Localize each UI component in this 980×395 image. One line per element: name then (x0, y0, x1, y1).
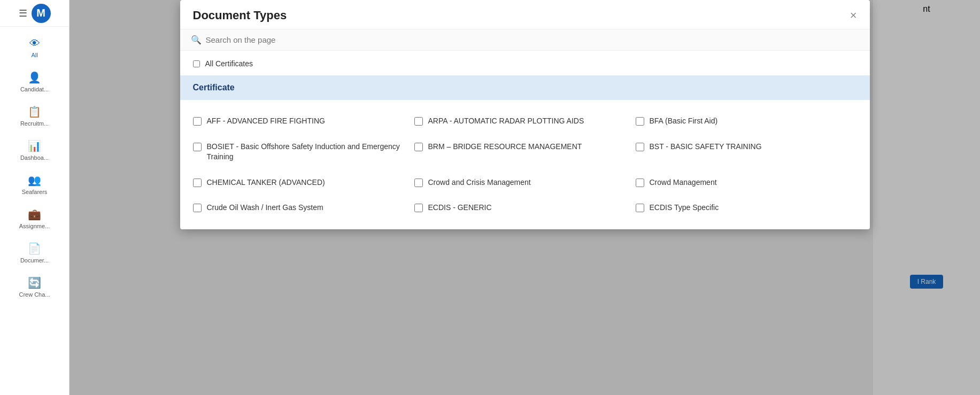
cert-checkbox-chemical[interactable] (193, 179, 202, 187)
sidebar-item-crew-change[interactable]: 🔄 Crew Cha... (0, 270, 69, 304)
sidebar-nav: 👁 All 👤 Candidat... 📋 Recruitm... 📊 Dash… (0, 27, 69, 395)
cert-checkbox-crowd-mgmt[interactable] (636, 179, 644, 187)
sidebar-item-label-all: All (31, 52, 37, 58)
recruitment-icon: 📋 (28, 105, 41, 118)
sidebar-item-all[interactable]: 👁 All (0, 31, 69, 65)
sidebar: ☰ M 👁 All 👤 Candidat... 📋 Recruitm... 📊 … (0, 0, 70, 395)
dashboard-icon: 📊 (28, 140, 41, 152)
cert-item: BRM – BRIDGE RESOURCE MANAGEMENT (414, 134, 636, 170)
sidebar-item-label-dashboard: Dashboa... (20, 154, 49, 161)
all-certificates-label[interactable]: All Certificates (205, 59, 253, 68)
cert-item: ARPA - AUTOMATIC RADAR PLOTTING AIDS (414, 109, 636, 134)
cert-checkbox-aff[interactable] (193, 117, 202, 126)
app-logo: M (32, 4, 51, 23)
sidebar-item-label-assignments: Assignme... (19, 223, 50, 229)
modal-search-bar: 🔍 (180, 29, 870, 51)
modal-body: All Certificates Certificate AFF - ADVAN… (180, 51, 870, 229)
cert-checkbox-ecdis-generic[interactable] (414, 204, 423, 212)
cert-label-brm[interactable]: BRM – BRIDGE RESOURCE MANAGEMENT (428, 142, 582, 152)
cert-checkbox-arpa[interactable] (414, 117, 423, 126)
all-icon: 👁 (29, 37, 40, 50)
candidates-icon: 👤 (28, 71, 41, 84)
cert-item: AFF - ADVANCED FIRE FIGHTING (193, 109, 414, 134)
sidebar-item-candidates[interactable]: 👤 Candidat... (0, 65, 69, 99)
sidebar-item-recruitment[interactable]: 📋 Recruitm... (0, 99, 69, 133)
certificates-grid: AFF - ADVANCED FIRE FIGHTING ARPA - AUTO… (193, 109, 857, 221)
section-header-certificate: Certificate (180, 75, 870, 100)
main-area: nt I Rank Document Types × 🔍 All Certifi… (70, 0, 980, 395)
cert-label-bosiet[interactable]: BOSIET - Basic Offshore Safety Induction… (207, 142, 409, 162)
modal-title: Document Types (193, 9, 287, 22)
cert-label-crowd-crisis[interactable]: Crowd and Crisis Management (428, 177, 531, 188)
cert-label-crude-oil[interactable]: Crude Oil Wash / Inert Gas System (207, 203, 323, 213)
cert-checkbox-bst[interactable] (636, 143, 644, 151)
cert-checkbox-crowd-crisis[interactable] (414, 179, 423, 187)
all-certificates-row: All Certificates (193, 59, 857, 68)
assignments-icon: 💼 (28, 208, 41, 221)
sidebar-header: ☰ M (0, 0, 69, 27)
cert-label-ecdis-specific[interactable]: ECDIS Type Specific (650, 203, 719, 213)
modal-header: Document Types × (180, 0, 870, 29)
sidebar-item-seafarers[interactable]: 👥 Seafarers (0, 167, 69, 202)
search-input[interactable] (206, 35, 859, 44)
cert-label-aff[interactable]: AFF - ADVANCED FIRE FIGHTING (207, 116, 325, 127)
sidebar-item-label-seafarers: Seafarers (22, 189, 48, 195)
cert-item: ECDIS Type Specific (636, 195, 857, 221)
cert-label-ecdis-generic[interactable]: ECDIS - GENERIC (428, 203, 492, 213)
search-icon: 🔍 (191, 35, 202, 45)
cert-checkbox-brm[interactable] (414, 143, 423, 151)
hamburger-icon[interactable]: ☰ (19, 7, 27, 19)
sidebar-item-assignments[interactable]: 💼 Assignme... (0, 202, 69, 236)
cert-item: Crude Oil Wash / Inert Gas System (193, 195, 414, 221)
seafarers-icon: 👥 (28, 174, 41, 187)
cert-item: BST - BASIC SAFETY TRAINING (636, 134, 857, 170)
cert-item: BFA (Basic First Aid) (636, 109, 857, 134)
sidebar-item-label-candidates: Candidat... (20, 86, 49, 92)
cert-label-bfa[interactable]: BFA (Basic First Aid) (650, 116, 718, 127)
cert-label-chemical[interactable]: CHEMICAL TANKER (ADVANCED) (207, 177, 325, 188)
cert-checkbox-bosiet[interactable] (193, 143, 202, 151)
cert-checkbox-crude-oil[interactable] (193, 204, 202, 212)
modal-close-button[interactable]: × (850, 10, 857, 21)
cert-item: Crowd and Crisis Management (414, 170, 636, 196)
cert-label-crowd-mgmt[interactable]: Crowd Management (650, 177, 717, 188)
cert-label-arpa[interactable]: ARPA - AUTOMATIC RADAR PLOTTING AIDS (428, 116, 584, 127)
sidebar-item-label-crew-change: Crew Cha... (19, 291, 50, 298)
cert-checkbox-bfa[interactable] (636, 117, 644, 126)
documents-icon: 📄 (28, 242, 41, 255)
cert-item: CHEMICAL TANKER (ADVANCED) (193, 170, 414, 196)
cert-item: BOSIET - Basic Offshore Safety Induction… (193, 134, 414, 170)
document-types-modal: Document Types × 🔍 All Certificates Cert… (180, 0, 870, 229)
cert-item: ECDIS - GENERIC (414, 195, 636, 221)
crew-change-icon: 🔄 (28, 276, 41, 289)
cert-checkbox-ecdis-specific[interactable] (636, 204, 644, 212)
cert-item: Crowd Management (636, 170, 857, 196)
sidebar-item-dashboard[interactable]: 📊 Dashboa... (0, 133, 69, 167)
sidebar-item-documents[interactable]: 📄 Documer... (0, 236, 69, 270)
sidebar-item-label-documents: Documer... (20, 257, 49, 264)
all-certificates-checkbox[interactable] (193, 60, 200, 67)
modal-overlay: Document Types × 🔍 All Certificates Cert… (70, 0, 980, 395)
sidebar-item-label-recruitment: Recruitm... (20, 120, 49, 127)
cert-label-bst[interactable]: BST - BASIC SAFETY TRAINING (650, 142, 762, 152)
